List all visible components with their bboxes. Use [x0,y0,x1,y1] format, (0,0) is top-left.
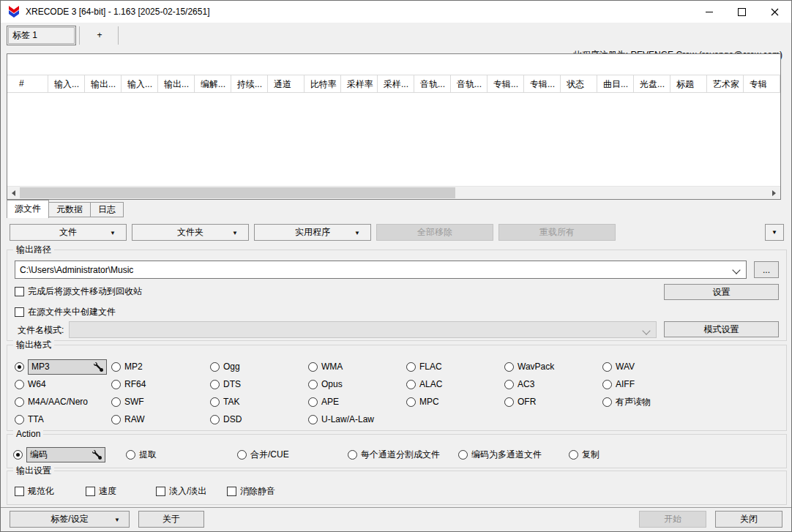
group-label: Action [13,429,43,440]
format-option-6[interactable]: WAV [602,361,651,372]
format-option-17[interactable]: APE [308,397,406,407]
format-option-2[interactable]: Ogg [210,361,308,372]
column-header-16[interactable]: 曲目... [597,75,634,92]
format-option-10[interactable]: Opus [308,379,406,389]
column-header-11[interactable]: 音轨... [414,75,451,92]
format-option-4[interactable]: FLAC [406,361,504,372]
format-option-8[interactable]: RF64 [111,379,210,389]
close-window-button[interactable]: 关闭 [715,511,782,528]
column-header-5[interactable]: 编解... [195,75,231,92]
output-setting-option-3[interactable]: 消除静音 [227,485,275,498]
scrollbar-thumb[interactable] [20,187,455,198]
view-tab-2[interactable]: 日志 [90,202,124,217]
about-button[interactable]: 关于 [138,511,204,528]
column-header-18[interactable]: 标题 [670,75,707,92]
action-option-5[interactable]: 复制 [569,449,599,461]
option-label: 编码 [30,449,48,461]
column-header-2[interactable]: 输出... [85,75,122,92]
format-option-18[interactable]: MPC [406,397,504,407]
tags-settings-button[interactable]: 标签/设定 ▼ [10,511,130,528]
format-option-9[interactable]: DTS [210,379,308,389]
radio-icon [406,362,416,372]
option-label: Opus [321,379,343,389]
recycle-checkbox[interactable]: 完成后将源文件移动到回收站 [15,285,142,298]
settings-button[interactable]: 设置 [664,284,779,300]
column-header-3[interactable]: 输入... [122,75,158,92]
column-header-0[interactable]: # [7,75,48,92]
horizontal-scrollbar[interactable] [7,186,780,199]
output-path-combo[interactable]: C:\Users\Administrator\Music [15,261,747,279]
view-tab-1[interactable]: 元数据 [48,202,91,217]
format-option-15[interactable]: SWF [111,397,210,407]
format-option-5[interactable]: WavPack [504,361,602,372]
option-label: 规范化 [28,485,54,498]
format-option-16[interactable]: TAK [210,397,308,407]
column-header-19[interactable]: 艺术家 [707,75,744,92]
column-header-9[interactable]: 采样率 [341,75,378,92]
column-header-17[interactable]: 光盘... [634,75,670,92]
column-header-1[interactable]: 输入... [48,75,85,92]
option-label: U-Law/A-Law [321,414,374,424]
action-option-1[interactable]: 提取 [126,449,237,461]
column-header-15[interactable]: 状态 [561,75,597,92]
column-header-4[interactable]: 输出... [158,75,195,92]
radio-icon [111,415,121,424]
bottom-separator [1,507,792,508]
column-header-10[interactable]: 采样... [378,75,414,92]
format-option-0[interactable]: MP3 [15,359,111,375]
maximize-button[interactable] [725,1,758,23]
format-option-3[interactable]: WMA [308,361,406,372]
scroll-left-button[interactable] [7,187,20,199]
column-header-8[interactable]: 比特率 [305,75,341,92]
option-label: AIFF [616,379,635,389]
column-header-7[interactable]: 通道 [268,75,305,92]
toolbar-button-0[interactable]: 文件▼ [10,224,127,241]
option-label: WAV [616,361,635,372]
caption-buttons [692,1,791,23]
column-header-6[interactable]: 持续... [231,75,268,92]
format-option-14[interactable]: M4A/AAC/Nero [15,397,111,407]
browse-button[interactable]: ... [754,261,779,278]
option-label: DSD [223,414,242,424]
format-option-19[interactable]: OFR [504,397,602,407]
toolbar-button-1[interactable]: 文件夹▼ [132,224,249,241]
checkbox-icon [227,487,236,496]
view-tab-0[interactable]: 源文件 [7,200,49,218]
toolbar-dropdown-button[interactable]: ▼ [765,224,784,241]
output-setting-option-2[interactable]: 淡入/淡出 [156,485,227,498]
format-option-12[interactable]: AC3 [504,379,602,389]
tab-strip: 标签 1 + 此程序注册为: REVENGE Crew (revenge@cre… [1,23,791,48]
format-option-22[interactable]: RAW [111,414,210,424]
column-header-14[interactable]: 专辑... [524,75,561,92]
column-header-20[interactable]: 专辑 [744,75,780,92]
action-option-4[interactable]: 编码为多通道文件 [458,449,569,461]
add-tab-button[interactable]: + [81,26,118,45]
create-in-source-checkbox[interactable]: 在源文件夹中创建文件 [15,306,116,318]
action-option-0[interactable]: 编码 [13,447,126,462]
format-option-21[interactable]: TTA [15,414,111,424]
format-option-23[interactable]: DSD [210,414,308,424]
column-header-12[interactable]: 音轨... [451,75,487,92]
toolbar-button-2[interactable]: 实用程序▼ [254,224,371,241]
format-option-11[interactable]: ALAC [406,379,504,389]
minimize-button[interactable] [692,1,725,23]
format-option-1[interactable]: MP2 [111,361,210,372]
output-setting-option-0[interactable]: 规范化 [15,485,86,498]
radio-icon [210,362,220,372]
action-option-3[interactable]: 每个通道分割成文件 [348,449,458,461]
session-tab[interactable]: 标签 1 [7,26,76,45]
close-button[interactable] [758,1,791,23]
scroll-right-button[interactable] [768,187,780,199]
pattern-settings-button[interactable]: 模式设置 [664,321,779,337]
output-setting-option-1[interactable]: 速度 [86,485,156,498]
format-option-24[interactable]: U-Law/A-Law [308,414,406,424]
wrench-icon[interactable] [94,362,103,372]
column-header-13[interactable]: 专辑... [487,75,524,92]
format-option-13[interactable]: AIFF [602,379,651,389]
radio-icon [111,397,121,407]
file-list-panel[interactable]: #输入...输出...输入...输出...编解...持续...通道比特率采样率采… [7,53,781,200]
format-option-20[interactable]: 有声读物 [602,396,651,408]
action-option-2[interactable]: 合并/CUE [237,449,348,461]
format-option-7[interactable]: W64 [15,379,111,389]
wrench-icon[interactable] [92,450,102,460]
